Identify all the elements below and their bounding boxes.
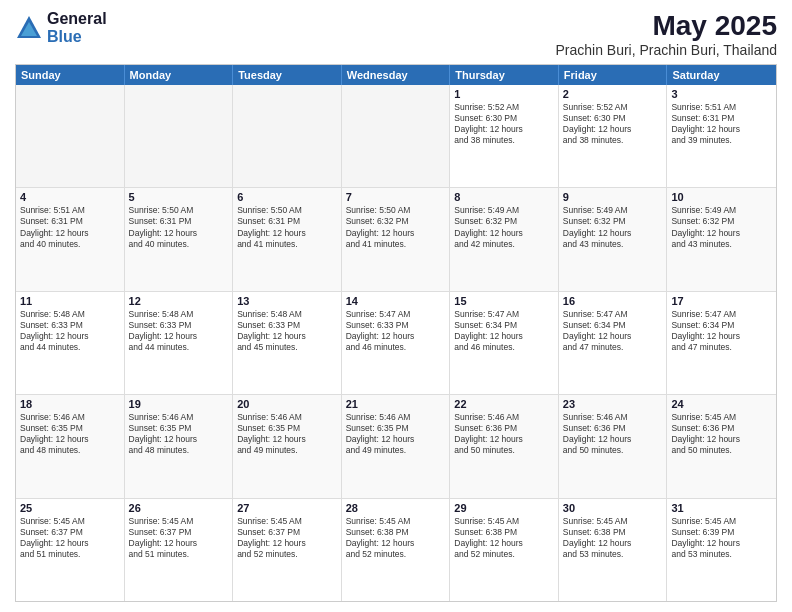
day-info: Sunrise: 5:45 AM Sunset: 6:36 PM Dayligh… [671, 412, 772, 456]
day-info: Sunrise: 5:45 AM Sunset: 6:39 PM Dayligh… [671, 516, 772, 560]
day-info: Sunrise: 5:46 AM Sunset: 6:35 PM Dayligh… [20, 412, 120, 456]
day-cell: 28Sunrise: 5:45 AM Sunset: 6:38 PM Dayli… [342, 499, 451, 601]
day-cell: 8Sunrise: 5:49 AM Sunset: 6:32 PM Daylig… [450, 188, 559, 290]
logo-general: General [47, 10, 107, 28]
header-wednesday: Wednesday [342, 65, 451, 85]
day-cell: 2Sunrise: 5:52 AM Sunset: 6:30 PM Daylig… [559, 85, 668, 187]
day-number: 27 [237, 502, 337, 514]
day-number: 25 [20, 502, 120, 514]
day-number: 15 [454, 295, 554, 307]
day-number: 19 [129, 398, 229, 410]
logo-text: General Blue [47, 10, 107, 45]
day-info: Sunrise: 5:45 AM Sunset: 6:38 PM Dayligh… [454, 516, 554, 560]
day-cell: 24Sunrise: 5:45 AM Sunset: 6:36 PM Dayli… [667, 395, 776, 497]
day-number: 3 [671, 88, 772, 100]
day-number: 11 [20, 295, 120, 307]
day-info: Sunrise: 5:50 AM Sunset: 6:31 PM Dayligh… [237, 205, 337, 249]
day-info: Sunrise: 5:50 AM Sunset: 6:32 PM Dayligh… [346, 205, 446, 249]
day-cell: 29Sunrise: 5:45 AM Sunset: 6:38 PM Dayli… [450, 499, 559, 601]
day-info: Sunrise: 5:46 AM Sunset: 6:36 PM Dayligh… [454, 412, 554, 456]
day-info: Sunrise: 5:45 AM Sunset: 6:38 PM Dayligh… [563, 516, 663, 560]
day-number: 24 [671, 398, 772, 410]
day-cell: 27Sunrise: 5:45 AM Sunset: 6:37 PM Dayli… [233, 499, 342, 601]
day-number: 23 [563, 398, 663, 410]
header-saturday: Saturday [667, 65, 776, 85]
day-number: 31 [671, 502, 772, 514]
day-number: 9 [563, 191, 663, 203]
week-row-1: 1Sunrise: 5:52 AM Sunset: 6:30 PM Daylig… [16, 85, 776, 187]
day-cell: 5Sunrise: 5:50 AM Sunset: 6:31 PM Daylig… [125, 188, 234, 290]
day-info: Sunrise: 5:46 AM Sunset: 6:35 PM Dayligh… [129, 412, 229, 456]
title-block: May 2025 Prachin Buri, Prachin Buri, Tha… [555, 10, 777, 58]
day-number: 18 [20, 398, 120, 410]
logo: General Blue [15, 10, 107, 45]
day-cell [16, 85, 125, 187]
logo-icon [15, 14, 43, 42]
week-row-2: 4Sunrise: 5:51 AM Sunset: 6:31 PM Daylig… [16, 187, 776, 290]
day-cell: 22Sunrise: 5:46 AM Sunset: 6:36 PM Dayli… [450, 395, 559, 497]
calendar-subtitle: Prachin Buri, Prachin Buri, Thailand [555, 42, 777, 58]
day-cell: 6Sunrise: 5:50 AM Sunset: 6:31 PM Daylig… [233, 188, 342, 290]
day-info: Sunrise: 5:47 AM Sunset: 6:34 PM Dayligh… [563, 309, 663, 353]
day-cell: 1Sunrise: 5:52 AM Sunset: 6:30 PM Daylig… [450, 85, 559, 187]
day-cell: 26Sunrise: 5:45 AM Sunset: 6:37 PM Dayli… [125, 499, 234, 601]
day-number: 10 [671, 191, 772, 203]
header-sunday: Sunday [16, 65, 125, 85]
day-info: Sunrise: 5:45 AM Sunset: 6:38 PM Dayligh… [346, 516, 446, 560]
day-cell: 31Sunrise: 5:45 AM Sunset: 6:39 PM Dayli… [667, 499, 776, 601]
header-thursday: Thursday [450, 65, 559, 85]
day-info: Sunrise: 5:45 AM Sunset: 6:37 PM Dayligh… [237, 516, 337, 560]
calendar: Sunday Monday Tuesday Wednesday Thursday… [15, 64, 777, 602]
day-cell: 15Sunrise: 5:47 AM Sunset: 6:34 PM Dayli… [450, 292, 559, 394]
page: General Blue May 2025 Prachin Buri, Prac… [0, 0, 792, 612]
calendar-header: Sunday Monday Tuesday Wednesday Thursday… [16, 65, 776, 85]
day-cell: 10Sunrise: 5:49 AM Sunset: 6:32 PM Dayli… [667, 188, 776, 290]
day-cell: 16Sunrise: 5:47 AM Sunset: 6:34 PM Dayli… [559, 292, 668, 394]
day-info: Sunrise: 5:52 AM Sunset: 6:30 PM Dayligh… [563, 102, 663, 146]
day-number: 30 [563, 502, 663, 514]
day-info: Sunrise: 5:47 AM Sunset: 6:33 PM Dayligh… [346, 309, 446, 353]
day-number: 8 [454, 191, 554, 203]
day-cell: 3Sunrise: 5:51 AM Sunset: 6:31 PM Daylig… [667, 85, 776, 187]
day-cell: 11Sunrise: 5:48 AM Sunset: 6:33 PM Dayli… [16, 292, 125, 394]
day-cell: 13Sunrise: 5:48 AM Sunset: 6:33 PM Dayli… [233, 292, 342, 394]
day-info: Sunrise: 5:46 AM Sunset: 6:35 PM Dayligh… [346, 412, 446, 456]
day-cell: 20Sunrise: 5:46 AM Sunset: 6:35 PM Dayli… [233, 395, 342, 497]
header-monday: Monday [125, 65, 234, 85]
day-info: Sunrise: 5:49 AM Sunset: 6:32 PM Dayligh… [671, 205, 772, 249]
day-info: Sunrise: 5:45 AM Sunset: 6:37 PM Dayligh… [20, 516, 120, 560]
day-cell: 9Sunrise: 5:49 AM Sunset: 6:32 PM Daylig… [559, 188, 668, 290]
day-number: 5 [129, 191, 229, 203]
header-tuesday: Tuesday [233, 65, 342, 85]
header: General Blue May 2025 Prachin Buri, Prac… [15, 10, 777, 58]
day-number: 13 [237, 295, 337, 307]
day-info: Sunrise: 5:46 AM Sunset: 6:36 PM Dayligh… [563, 412, 663, 456]
day-number: 14 [346, 295, 446, 307]
day-info: Sunrise: 5:48 AM Sunset: 6:33 PM Dayligh… [20, 309, 120, 353]
day-number: 2 [563, 88, 663, 100]
day-number: 22 [454, 398, 554, 410]
day-number: 6 [237, 191, 337, 203]
calendar-body: 1Sunrise: 5:52 AM Sunset: 6:30 PM Daylig… [16, 85, 776, 601]
day-cell [125, 85, 234, 187]
day-number: 1 [454, 88, 554, 100]
day-number: 29 [454, 502, 554, 514]
day-number: 16 [563, 295, 663, 307]
day-info: Sunrise: 5:50 AM Sunset: 6:31 PM Dayligh… [129, 205, 229, 249]
day-info: Sunrise: 5:48 AM Sunset: 6:33 PM Dayligh… [129, 309, 229, 353]
day-cell: 12Sunrise: 5:48 AM Sunset: 6:33 PM Dayli… [125, 292, 234, 394]
day-number: 12 [129, 295, 229, 307]
day-info: Sunrise: 5:47 AM Sunset: 6:34 PM Dayligh… [671, 309, 772, 353]
day-cell: 18Sunrise: 5:46 AM Sunset: 6:35 PM Dayli… [16, 395, 125, 497]
day-cell [233, 85, 342, 187]
week-row-5: 25Sunrise: 5:45 AM Sunset: 6:37 PM Dayli… [16, 498, 776, 601]
day-info: Sunrise: 5:49 AM Sunset: 6:32 PM Dayligh… [563, 205, 663, 249]
day-info: Sunrise: 5:51 AM Sunset: 6:31 PM Dayligh… [671, 102, 772, 146]
day-info: Sunrise: 5:46 AM Sunset: 6:35 PM Dayligh… [237, 412, 337, 456]
day-cell: 25Sunrise: 5:45 AM Sunset: 6:37 PM Dayli… [16, 499, 125, 601]
day-cell: 14Sunrise: 5:47 AM Sunset: 6:33 PM Dayli… [342, 292, 451, 394]
logo-blue: Blue [47, 28, 107, 46]
day-cell: 21Sunrise: 5:46 AM Sunset: 6:35 PM Dayli… [342, 395, 451, 497]
day-info: Sunrise: 5:47 AM Sunset: 6:34 PM Dayligh… [454, 309, 554, 353]
day-number: 17 [671, 295, 772, 307]
